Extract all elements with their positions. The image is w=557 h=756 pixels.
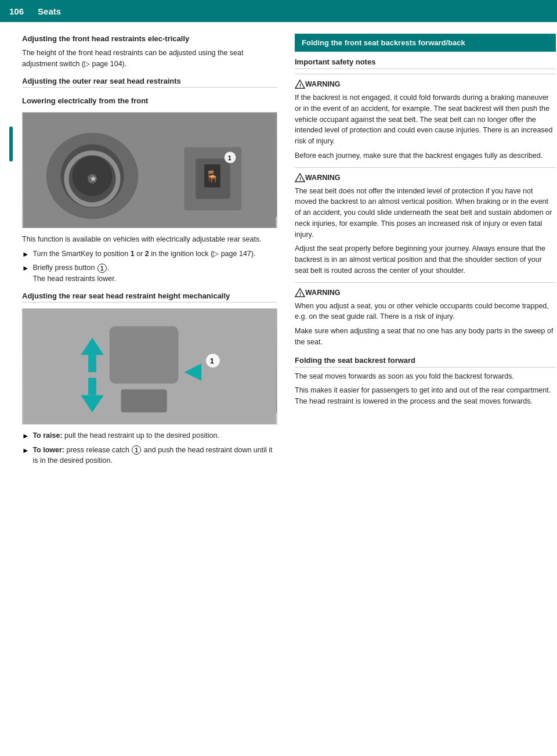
svg-text:1: 1 bbox=[210, 357, 214, 365]
section2-heading: Adjusting the outer rear seat head restr… bbox=[22, 77, 277, 88]
bullet-arrow-lower: ► bbox=[22, 445, 29, 467]
svg-rect-15 bbox=[121, 389, 167, 412]
important-safety-label: Important safety notes bbox=[295, 57, 556, 69]
section2-subheading: Lowering electrically from the front bbox=[22, 96, 277, 106]
svg-text:!: ! bbox=[299, 82, 301, 88]
svg-rect-14 bbox=[110, 326, 179, 384]
section-marker bbox=[9, 127, 13, 161]
section3-raise-content: To raise: pull the head restraint up to … bbox=[32, 430, 277, 442]
info-box-header: Folding the front seat backrests forward… bbox=[295, 34, 556, 52]
warning2-text: The seat belt does not offer the intende… bbox=[295, 186, 556, 240]
folding-forward-heading: Folding the seat backrest forward bbox=[295, 356, 556, 368]
warning-1-label-text: WARNING bbox=[305, 80, 340, 88]
content-area: Adjusting the front head restraints elec… bbox=[16, 22, 557, 756]
folding-forward-text1: The seat moves forwards as soon as you f… bbox=[295, 371, 556, 382]
left-side-marker bbox=[0, 22, 16, 756]
warning-label-1: ! WARNING bbox=[295, 79, 556, 89]
warning1-text1: If the backrest is not engaged, it could… bbox=[295, 92, 556, 147]
svg-text:!: ! bbox=[299, 291, 301, 297]
warning-triangle-icon-3: ! bbox=[295, 287, 305, 298]
bullet-arrow-raise: ► bbox=[22, 431, 29, 442]
car-interior-image-1: ★ 🪑 1 P91.16-3011-31 bbox=[22, 112, 277, 228]
warning-section-1: ! WARNING If the backrest is not engaged… bbox=[295, 74, 556, 161]
warning3-text1: When you adjust a seat, you or other veh… bbox=[295, 301, 556, 323]
header-bar: 106 Seats bbox=[0, 0, 557, 22]
page-wrapper: Seats, steering wheel and mirrors Adjust… bbox=[0, 22, 557, 756]
section1-heading: Adjusting the front head restraints elec… bbox=[22, 34, 277, 44]
folding-forward-text2: This makes it easier for passengers to g… bbox=[295, 385, 556, 407]
bullet-arrow-1: ► bbox=[22, 249, 29, 260]
svg-text:🪑: 🪑 bbox=[205, 170, 219, 183]
warning-triangle-icon-1: ! bbox=[295, 79, 305, 89]
section3-lower-content: To lower: press release catch 1 and push… bbox=[32, 445, 277, 467]
section2-bullet2-content: Briefly press button 1. The head restrai… bbox=[32, 262, 277, 285]
right-column: Folding the front seat backrests forward… bbox=[289, 34, 556, 744]
warning-2-label-text: WARNING bbox=[305, 174, 340, 182]
section3-bullet-lower: ► To lower: press release catch 1 and pu… bbox=[22, 445, 277, 467]
warning-triangle-icon-2: ! bbox=[295, 172, 305, 183]
warning-3-label-text: WARNING bbox=[305, 289, 340, 297]
section3-bullet-raise: ► To raise: pull the head restraint up t… bbox=[22, 430, 277, 442]
svg-text:!: ! bbox=[299, 176, 301, 182]
left-column: Adjusting the front head restraints elec… bbox=[22, 34, 289, 744]
warning2-text2: Adjust the seat properly before beginnin… bbox=[295, 243, 556, 276]
section1-body: The height of the front head restraints … bbox=[22, 48, 277, 70]
car-interior-image-2: 1 P91.16-2995-31 bbox=[22, 308, 277, 424]
section2-text1: This function is available on vehicles w… bbox=[22, 234, 277, 245]
warning-section-2: ! WARNING The seat belt does not offer t… bbox=[295, 167, 556, 276]
warning-section-3: ! WARNING When you adjust a seat, you or… bbox=[295, 282, 556, 348]
bullet-arrow-2: ► bbox=[22, 263, 29, 285]
warning1-text2: Before each journey, make sure that the … bbox=[295, 150, 556, 161]
warning-label-2: ! WARNING bbox=[295, 172, 556, 183]
svg-rect-17 bbox=[88, 355, 96, 372]
section2-bullet2: ► Briefly press button 1. The head restr… bbox=[22, 262, 277, 285]
catch-badge-1: 1 bbox=[132, 445, 141, 455]
section2-bullet1-content: Turn the SmartKey to position 1 or 2 in … bbox=[32, 249, 277, 260]
warning-label-3: ! WARNING bbox=[295, 287, 556, 298]
svg-text:★: ★ bbox=[90, 175, 96, 183]
section2-bullet1: ► Turn the SmartKey to position 1 or 2 i… bbox=[22, 249, 277, 260]
svg-text:1: 1 bbox=[228, 154, 232, 161]
button-badge-1: 1 bbox=[97, 264, 107, 273]
section3-heading: Adjusting the rear seat head restraint h… bbox=[22, 291, 277, 303]
svg-rect-19 bbox=[88, 378, 96, 395]
page-number: 106 bbox=[9, 6, 24, 16]
warning3-text2: Make sure when adjusting a seat that no … bbox=[295, 326, 556, 348]
info-box-title: Folding the front seat backrests forward… bbox=[302, 38, 465, 47]
chapter-title: Seats bbox=[38, 6, 61, 16]
